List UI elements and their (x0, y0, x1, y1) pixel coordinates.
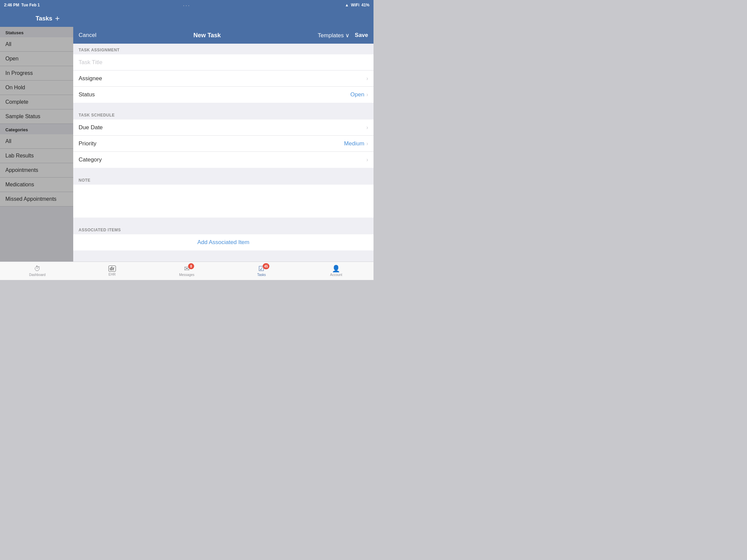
associated-items-header: ASSOCIATED ITEMS (73, 223, 374, 234)
status-label: Status (79, 91, 350, 98)
status-chevron-icon: › (366, 92, 368, 98)
tab-tasks[interactable]: 45 ☑ Tasks (224, 262, 299, 280)
assignee-chevron-icon: › (366, 76, 368, 82)
assignee-row[interactable]: Assignee › (73, 71, 374, 87)
task-schedule-group: Due Date › Priority Medium › Category › (73, 119, 374, 168)
main-nav-bar: Tasks + (0, 10, 374, 27)
add-associated-item-label: Add Associated Item (198, 239, 250, 246)
modal-nav-right: Templates ∨ Save (318, 32, 368, 39)
status-value: Open (350, 91, 364, 98)
tab-dashboard[interactable]: ⏱ Dashboard (0, 262, 75, 280)
time: 2:46 PM (4, 3, 19, 7)
note-header: NOTE (73, 174, 374, 185)
new-task-modal: Cancel New Task Templates ∨ Save TASK AS… (73, 27, 374, 262)
wifi-icon: WiFi (351, 3, 359, 7)
ehr-icon: dr (108, 266, 116, 272)
category-chevron-icon: › (366, 157, 368, 163)
tasks-badge: 45 (263, 263, 269, 269)
task-title-input[interactable] (79, 59, 368, 66)
tab-bar: ⏱ Dashboard dr EHR 8 ✉ Messages 45 ☑ Tas… (0, 262, 374, 280)
save-button[interactable]: Save (355, 32, 368, 38)
note-section: NOTE (73, 174, 374, 218)
assignee-label: Assignee (79, 75, 366, 82)
category-row[interactable]: Category › (73, 152, 374, 168)
main-layout: Statuses All Open In Progress On Hold Co… (0, 27, 374, 262)
due-date-chevron-icon: › (366, 125, 368, 131)
date: Tue Feb 1 (21, 3, 40, 7)
battery: 41% (361, 3, 369, 7)
tab-messages-label: Messages (179, 273, 195, 277)
status-bar-left: 2:46 PM Tue Feb 1 (4, 3, 40, 7)
tab-ehr[interactable]: dr EHR (75, 262, 149, 280)
task-assignment-section: TASK ASSIGNMENT Assignee › Status Open › (73, 44, 374, 103)
task-schedule-section: TASK SCHEDULE Due Date › Priority Medium… (73, 109, 374, 168)
templates-button[interactable]: Templates ∨ (318, 32, 349, 39)
modal-title: New Task (194, 32, 221, 39)
status-bar-right: ▲ WiFi 41% (345, 3, 369, 7)
tab-ehr-label: EHR (108, 273, 115, 276)
location-icon: ▲ (345, 3, 349, 7)
due-date-label: Due Date (79, 124, 366, 131)
tab-dashboard-label: Dashboard (29, 273, 46, 277)
tab-tasks-label: Tasks (257, 273, 266, 277)
dashboard-icon: ⏱ (34, 265, 41, 272)
tab-account[interactable]: 👤 Account (299, 262, 374, 280)
nav-title: Tasks (35, 15, 52, 22)
note-area[interactable] (73, 185, 374, 218)
modal-body: TASK ASSIGNMENT Assignee › Status Open › (73, 44, 374, 262)
task-schedule-header: TASK SCHEDULE (73, 109, 374, 119)
add-associated-item-row[interactable]: Add Associated Item (73, 234, 374, 250)
task-assignment-header: TASK ASSIGNMENT (73, 44, 374, 54)
account-icon: 👤 (332, 265, 340, 272)
priority-value: Medium (344, 140, 364, 147)
category-label: Category (79, 156, 366, 163)
three-dots: ··· (183, 3, 190, 9)
task-assignment-group: Assignee › Status Open › (73, 54, 374, 103)
priority-row[interactable]: Priority Medium › (73, 136, 374, 152)
priority-label: Priority (79, 140, 344, 147)
associated-items-section: ASSOCIATED ITEMS Add Associated Item (73, 223, 374, 250)
priority-chevron-icon: › (366, 141, 368, 147)
tab-account-label: Account (330, 273, 342, 277)
messages-badge: 8 (188, 263, 194, 269)
tab-messages[interactable]: 8 ✉ Messages (150, 262, 224, 280)
due-date-row[interactable]: Due Date › (73, 119, 374, 136)
task-title-row[interactable] (73, 54, 374, 71)
status-row[interactable]: Status Open › (73, 87, 374, 103)
modal-nav: Cancel New Task Templates ∨ Save (73, 27, 374, 44)
add-task-button[interactable]: + (55, 14, 60, 23)
note-textarea[interactable] (79, 189, 368, 212)
cancel-button[interactable]: Cancel (79, 32, 96, 38)
